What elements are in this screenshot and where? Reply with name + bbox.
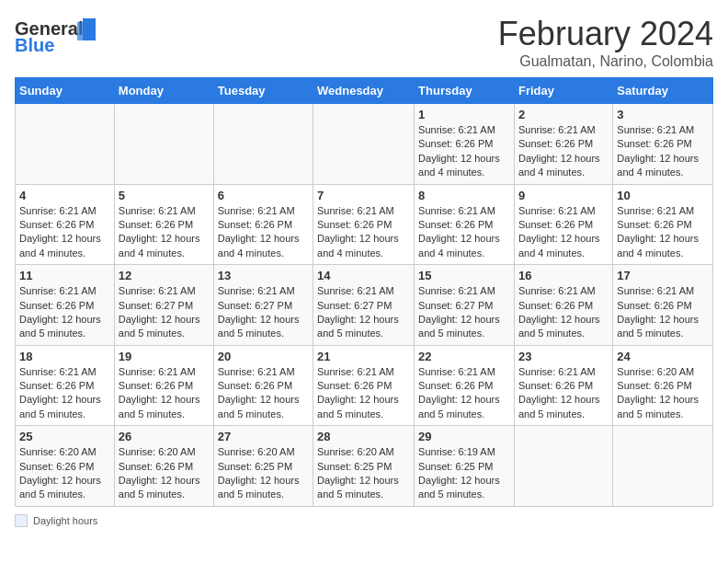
day-number: 10 xyxy=(617,189,709,202)
day-number: 7 xyxy=(317,189,410,202)
day-number: 2 xyxy=(518,108,609,121)
calendar-cell: 19Sunrise: 6:21 AM Sunset: 6:26 PM Dayli… xyxy=(114,345,213,426)
daylight-legend-box xyxy=(15,514,28,527)
logo-svg: General Blue xyxy=(15,15,97,55)
day-number: 16 xyxy=(518,269,609,282)
day-info: Sunrise: 6:20 AM Sunset: 6:25 PM Dayligh… xyxy=(317,445,410,502)
day-info: Sunrise: 6:21 AM Sunset: 6:27 PM Dayligh… xyxy=(317,284,410,341)
calendar-cell: 27Sunrise: 6:20 AM Sunset: 6:25 PM Dayli… xyxy=(213,426,313,507)
svg-text:Blue: Blue xyxy=(15,35,54,55)
calendar-cell: 26Sunrise: 6:20 AM Sunset: 6:26 PM Dayli… xyxy=(114,426,213,507)
day-info: Sunrise: 6:21 AM Sunset: 6:26 PM Dayligh… xyxy=(19,284,110,341)
day-number: 6 xyxy=(218,189,309,202)
day-number: 8 xyxy=(418,189,510,202)
day-number: 9 xyxy=(518,189,609,202)
calendar-day-header: Friday xyxy=(514,78,612,104)
day-info: Sunrise: 6:19 AM Sunset: 6:25 PM Dayligh… xyxy=(418,445,510,502)
calendar-cell: 20Sunrise: 6:21 AM Sunset: 6:26 PM Dayli… xyxy=(213,345,313,426)
day-number: 13 xyxy=(218,269,309,282)
title-block: February 2024 Gualmatan, Narino, Colombi… xyxy=(498,15,713,70)
page-header: General Blue February 2024 Gualmatan, Na… xyxy=(15,15,713,70)
day-info: Sunrise: 6:21 AM Sunset: 6:26 PM Dayligh… xyxy=(418,365,510,422)
calendar-week-row: 11Sunrise: 6:21 AM Sunset: 6:26 PM Dayli… xyxy=(16,265,713,346)
day-number: 12 xyxy=(119,269,210,282)
day-info: Sunrise: 6:20 AM Sunset: 6:25 PM Dayligh… xyxy=(218,445,309,502)
calendar-cell: 22Sunrise: 6:21 AM Sunset: 6:26 PM Dayli… xyxy=(415,345,515,426)
day-number: 4 xyxy=(19,189,110,202)
calendar-cell: 15Sunrise: 6:21 AM Sunset: 6:27 PM Dayli… xyxy=(415,265,515,346)
day-info: Sunrise: 6:21 AM Sunset: 6:26 PM Dayligh… xyxy=(317,365,410,422)
day-info: Sunrise: 6:21 AM Sunset: 6:26 PM Dayligh… xyxy=(218,365,309,422)
day-info: Sunrise: 6:21 AM Sunset: 6:27 PM Dayligh… xyxy=(218,284,309,341)
day-number: 17 xyxy=(617,269,709,282)
day-number: 24 xyxy=(617,350,709,363)
day-info: Sunrise: 6:21 AM Sunset: 6:26 PM Dayligh… xyxy=(617,284,709,341)
calendar-cell: 28Sunrise: 6:20 AM Sunset: 6:25 PM Dayli… xyxy=(313,426,415,507)
logo: General Blue xyxy=(15,15,97,55)
calendar-cell: 13Sunrise: 6:21 AM Sunset: 6:27 PM Dayli… xyxy=(213,265,313,346)
month-title: February 2024 xyxy=(498,15,713,53)
footer: Daylight hours xyxy=(15,514,713,527)
day-number: 5 xyxy=(119,189,210,202)
location-title: Gualmatan, Narino, Colombia xyxy=(498,53,713,70)
calendar-cell xyxy=(213,104,313,185)
calendar-cell xyxy=(613,426,713,507)
day-info: Sunrise: 6:21 AM Sunset: 6:26 PM Dayligh… xyxy=(19,365,110,422)
day-info: Sunrise: 6:21 AM Sunset: 6:26 PM Dayligh… xyxy=(518,123,609,180)
calendar-cell: 10Sunrise: 6:21 AM Sunset: 6:26 PM Dayli… xyxy=(613,184,713,265)
calendar-cell: 24Sunrise: 6:20 AM Sunset: 6:26 PM Dayli… xyxy=(613,345,713,426)
calendar-cell: 21Sunrise: 6:21 AM Sunset: 6:26 PM Dayli… xyxy=(313,345,415,426)
calendar-cell: 23Sunrise: 6:21 AM Sunset: 6:26 PM Dayli… xyxy=(514,345,612,426)
calendar-cell xyxy=(514,426,612,507)
svg-marker-3 xyxy=(83,18,96,40)
day-number: 29 xyxy=(418,430,510,443)
day-info: Sunrise: 6:21 AM Sunset: 6:26 PM Dayligh… xyxy=(518,284,609,341)
day-number: 21 xyxy=(317,350,410,363)
day-info: Sunrise: 6:21 AM Sunset: 6:26 PM Dayligh… xyxy=(617,123,709,180)
calendar-cell: 16Sunrise: 6:21 AM Sunset: 6:26 PM Dayli… xyxy=(514,265,612,346)
day-info: Sunrise: 6:20 AM Sunset: 6:26 PM Dayligh… xyxy=(617,365,709,422)
calendar-cell: 17Sunrise: 6:21 AM Sunset: 6:26 PM Dayli… xyxy=(613,265,713,346)
calendar-week-row: 25Sunrise: 6:20 AM Sunset: 6:26 PM Dayli… xyxy=(16,426,713,507)
calendar-cell: 7Sunrise: 6:21 AM Sunset: 6:26 PM Daylig… xyxy=(313,184,415,265)
day-info: Sunrise: 6:21 AM Sunset: 6:26 PM Dayligh… xyxy=(218,204,309,261)
day-number: 15 xyxy=(418,269,510,282)
day-number: 14 xyxy=(317,269,410,282)
day-info: Sunrise: 6:20 AM Sunset: 6:26 PM Dayligh… xyxy=(119,445,210,502)
calendar-day-header: Monday xyxy=(114,78,213,104)
day-number: 11 xyxy=(19,269,110,282)
day-info: Sunrise: 6:21 AM Sunset: 6:27 PM Dayligh… xyxy=(418,284,510,341)
day-info: Sunrise: 6:21 AM Sunset: 6:26 PM Dayligh… xyxy=(19,204,110,261)
day-info: Sunrise: 6:20 AM Sunset: 6:26 PM Dayligh… xyxy=(19,445,110,502)
day-info: Sunrise: 6:21 AM Sunset: 6:26 PM Dayligh… xyxy=(617,204,709,261)
day-info: Sunrise: 6:21 AM Sunset: 6:26 PM Dayligh… xyxy=(119,204,210,261)
calendar-day-header: Wednesday xyxy=(313,78,415,104)
calendar-cell: 29Sunrise: 6:19 AM Sunset: 6:25 PM Dayli… xyxy=(415,426,515,507)
calendar-cell: 12Sunrise: 6:21 AM Sunset: 6:27 PM Dayli… xyxy=(114,265,213,346)
day-info: Sunrise: 6:21 AM Sunset: 6:26 PM Dayligh… xyxy=(317,204,410,261)
calendar-cell: 8Sunrise: 6:21 AM Sunset: 6:26 PM Daylig… xyxy=(415,184,515,265)
day-number: 22 xyxy=(418,350,510,363)
day-number: 18 xyxy=(19,350,110,363)
calendar-cell xyxy=(114,104,213,185)
calendar-table: SundayMondayTuesdayWednesdayThursdayFrid… xyxy=(15,77,713,507)
day-number: 25 xyxy=(19,430,110,443)
calendar-cell: 9Sunrise: 6:21 AM Sunset: 6:26 PM Daylig… xyxy=(514,184,612,265)
calendar-cell: 11Sunrise: 6:21 AM Sunset: 6:26 PM Dayli… xyxy=(16,265,115,346)
daylight-label: Daylight hours xyxy=(33,515,97,526)
calendar-cell: 25Sunrise: 6:20 AM Sunset: 6:26 PM Dayli… xyxy=(16,426,115,507)
day-number: 20 xyxy=(218,350,309,363)
day-number: 26 xyxy=(119,430,210,443)
calendar-day-header: Saturday xyxy=(613,78,713,104)
day-info: Sunrise: 6:21 AM Sunset: 6:26 PM Dayligh… xyxy=(418,204,510,261)
calendar-week-row: 18Sunrise: 6:21 AM Sunset: 6:26 PM Dayli… xyxy=(16,345,713,426)
day-info: Sunrise: 6:21 AM Sunset: 6:26 PM Dayligh… xyxy=(518,204,609,261)
calendar-cell: 4Sunrise: 6:21 AM Sunset: 6:26 PM Daylig… xyxy=(16,184,115,265)
calendar-cell: 6Sunrise: 6:21 AM Sunset: 6:26 PM Daylig… xyxy=(213,184,313,265)
calendar-cell: 3Sunrise: 6:21 AM Sunset: 6:26 PM Daylig… xyxy=(613,104,713,185)
calendar-cell: 1Sunrise: 6:21 AM Sunset: 6:26 PM Daylig… xyxy=(415,104,515,185)
day-number: 19 xyxy=(119,350,210,363)
calendar-day-header: Tuesday xyxy=(213,78,313,104)
calendar-cell: 14Sunrise: 6:21 AM Sunset: 6:27 PM Dayli… xyxy=(313,265,415,346)
day-number: 27 xyxy=(218,430,309,443)
